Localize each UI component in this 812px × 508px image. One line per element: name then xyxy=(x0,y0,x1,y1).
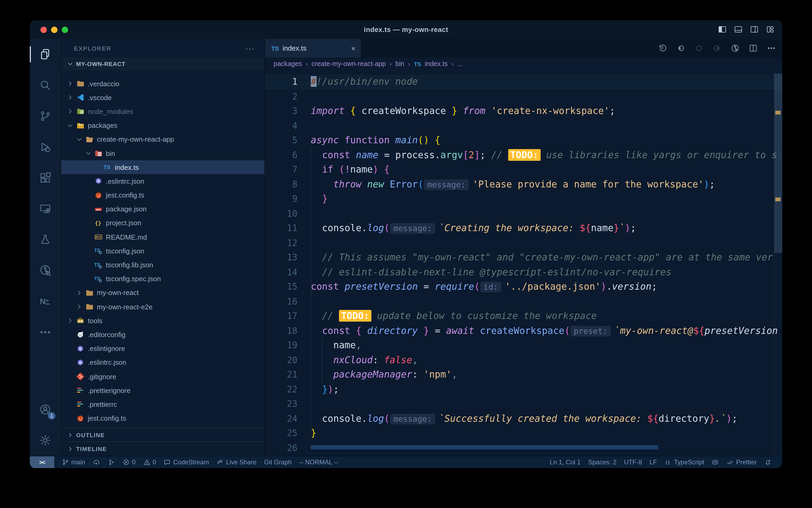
status-item-Spaces: 2[interactable]: Spaces: 2 xyxy=(588,459,616,466)
code-line-1[interactable]: 1#!/usr/bin/env node xyxy=(265,75,782,89)
status-item-TypeScript[interactable]: {}TypeScript xyxy=(664,459,704,466)
remote-indicator[interactable]: >< xyxy=(30,456,54,468)
code-line-4[interactable]: 4 xyxy=(265,119,782,133)
code-line-10[interactable]: 10 xyxy=(265,206,782,221)
activity-item-explorer files-icon[interactable] xyxy=(30,39,61,70)
code-line-15[interactable]: 15const presetVersion = require(id:'../p… xyxy=(265,280,782,294)
tree-item-bin[interactable]: 0110bin xyxy=(61,146,265,160)
split-editor-icon[interactable] xyxy=(749,44,758,53)
activity-item-git-graph gitgraph-icon[interactable] xyxy=(30,255,61,286)
status-item-Prettier[interactable]: Prettier xyxy=(727,459,757,466)
vertical-scrollbar[interactable] xyxy=(774,74,782,253)
activity-item-run-debug debug-icon[interactable] xyxy=(30,131,61,162)
status-item-CodeStream[interactable]: CodeStream xyxy=(163,459,209,466)
tree-item-jest.config.ts[interactable]: jest.config.ts xyxy=(61,188,265,202)
code-line-5[interactable]: 5async function main() { xyxy=(265,133,782,148)
code-line-3[interactable]: 3import { createWorkspace } from 'create… xyxy=(265,104,782,119)
code-line-11[interactable]: 11 console.log(message:`Creating the wor… xyxy=(265,221,782,236)
tree-item-README.md[interactable]: README.md xyxy=(61,230,265,244)
code-line-20[interactable]: 20 nxCloud: false, xyxy=(265,353,782,368)
chevron-down-icon[interactable] xyxy=(76,135,84,144)
code-line-7[interactable]: 7 if (!name) { xyxy=(265,162,782,177)
status-item-bell[interactable] xyxy=(764,459,772,466)
tab-index-ts[interactable]: TS index.ts × xyxy=(265,39,361,57)
activity-item-extensions extensions-icon[interactable] xyxy=(30,162,61,193)
tree-item-.vscode[interactable]: .vscode xyxy=(61,90,265,104)
tree-item-create-my-own-react-app[interactable]: create-my-own-react-app xyxy=(61,133,265,146)
workspace-root-row[interactable]: MY-OWN-REACT xyxy=(61,57,265,70)
status-item-cloud[interactable] xyxy=(93,459,100,466)
tree-item-index.ts[interactable]: TSindex.ts xyxy=(61,160,265,174)
tree-item-.prettierrc[interactable]: .prettierrc xyxy=(61,397,265,411)
code-line-13[interactable]: 13 // This assumes "my-own-react" and "c… xyxy=(265,250,782,265)
chevron-right-icon[interactable] xyxy=(66,93,75,102)
tree-item-.eslintrc.json[interactable]: .eslintrc.json xyxy=(61,174,265,188)
chevron-right-icon[interactable] xyxy=(66,316,75,325)
close-tab-icon[interactable]: × xyxy=(351,44,355,52)
code-line-9[interactable]: 9 } xyxy=(265,192,782,206)
tree-item-jest.config.ts[interactable]: jest.config.ts xyxy=(61,411,265,425)
chevron-down-icon[interactable] xyxy=(85,149,93,158)
chevron-right-icon[interactable] xyxy=(66,79,75,88)
breadcrumb[interactable]: packages›create-my-own-react-app›bin›TSi… xyxy=(265,57,782,70)
code-lines[interactable]: 1#!/usr/bin/env node23import { createWor… xyxy=(265,70,782,455)
chevron-right-icon[interactable] xyxy=(76,302,84,311)
customize-layout-icon[interactable] xyxy=(766,26,775,34)
tree-item-.verdaccio[interactable]: .verdaccio xyxy=(61,77,265,90)
activity-item-settings gear-icon[interactable] xyxy=(30,425,61,456)
status-item-copilot[interactable] xyxy=(712,459,719,466)
tree-item-.prettierignore[interactable]: .prettierignore xyxy=(61,383,265,397)
horizontal-scrollbar[interactable] xyxy=(311,445,658,450)
status-item-Git Graph[interactable]: Git Graph xyxy=(264,459,292,466)
tree-item-project.json[interactable]: {}project.json xyxy=(61,216,265,230)
status-item-main[interactable]: main xyxy=(62,459,85,466)
status-item--- NORMAL --[interactable]: -- NORMAL -- xyxy=(299,459,338,466)
status-item-LF[interactable]: LF xyxy=(650,459,657,466)
breadcrumb-item[interactable]: index.ts xyxy=(425,60,448,68)
chevron-right-icon[interactable] xyxy=(66,107,75,116)
tree-item-.gitignore[interactable]: .gitignore xyxy=(61,370,265,383)
code-line-12[interactable]: 12 xyxy=(265,236,782,250)
breadcrumb-item[interactable]: ... xyxy=(457,60,463,68)
activity-item-testing beaker-icon[interactable] xyxy=(30,224,61,255)
code-line-14[interactable]: 14 // eslint-disable-next-line @typescri… xyxy=(265,265,782,280)
toggle-secondary-sidebar-icon[interactable] xyxy=(750,26,759,34)
sidebar-more-icon[interactable]: ··· xyxy=(245,44,255,53)
chevron-down-icon[interactable] xyxy=(66,121,75,130)
code-line-23[interactable]: 23 xyxy=(265,397,782,411)
code-line-17[interactable]: 17 // TODO: update below to customize th… xyxy=(265,309,782,324)
open-changes-icon[interactable] xyxy=(730,44,739,53)
tree-item-tsconfig.json[interactable]: TStsconfig.json xyxy=(61,244,265,258)
activity-item-search search-icon[interactable] xyxy=(30,70,61,101)
status-item-Ln 1, Col 1[interactable]: Ln 1, Col 1 xyxy=(550,459,580,466)
breadcrumb-item[interactable]: bin xyxy=(395,60,404,68)
timeline-section[interactable]: TIMELINE xyxy=(61,441,265,456)
navigate-forward-icon[interactable] xyxy=(713,44,722,53)
code-line-21[interactable]: 21 packageManager: 'npm', xyxy=(265,368,782,382)
status-item-0[interactable]: 0 xyxy=(143,459,156,466)
code-line-18[interactable]: 18 const { directory } = await createWor… xyxy=(265,324,782,338)
activity-item-accounts account-icon[interactable]: 1 xyxy=(30,394,61,425)
window-titlebar[interactable]: index.ts — my-own-react xyxy=(30,20,782,39)
status-item-0[interactable]: 0 xyxy=(123,459,135,466)
tree-item-my-own-react-e2e[interactable]: my-own-react-e2e xyxy=(61,300,265,314)
code-editor[interactable]: 1#!/usr/bin/env node23import { createWor… xyxy=(265,70,782,456)
circle-icon[interactable] xyxy=(695,44,704,53)
code-line-24[interactable]: 24 console.log(message:`Successfully cre… xyxy=(265,411,782,426)
status-item-UTF-8[interactable]: UTF-8 xyxy=(624,459,642,466)
navigate-back-icon[interactable] xyxy=(676,44,685,53)
tree-item-tsconfig.spec.json[interactable]: TStsconfig.spec.json xyxy=(61,272,265,286)
code-line-6[interactable]: 6 const name = process.argv[2]; // TODO:… xyxy=(265,148,782,162)
code-line-25[interactable]: 25} xyxy=(265,426,782,441)
tree-item-package.json[interactable]: npmpackage.json xyxy=(61,202,265,216)
code-line-2[interactable]: 2 xyxy=(265,89,782,104)
breadcrumb-item[interactable]: packages xyxy=(274,60,302,68)
activity-item-more-views more-icon[interactable] xyxy=(30,317,61,348)
code-line-19[interactable]: 19 name, xyxy=(265,338,782,353)
status-item-commits[interactable] xyxy=(107,459,115,466)
chevron-right-icon[interactable] xyxy=(76,289,84,297)
tree-item-tsconfig.lib.json[interactable]: TStsconfig.lib.json xyxy=(61,258,265,272)
code-line-16[interactable]: 16 xyxy=(265,294,782,309)
tree-item-.editorconfig[interactable]: .editorconfig xyxy=(61,328,265,342)
status-item-Live Share[interactable]: Live Share xyxy=(217,459,257,466)
